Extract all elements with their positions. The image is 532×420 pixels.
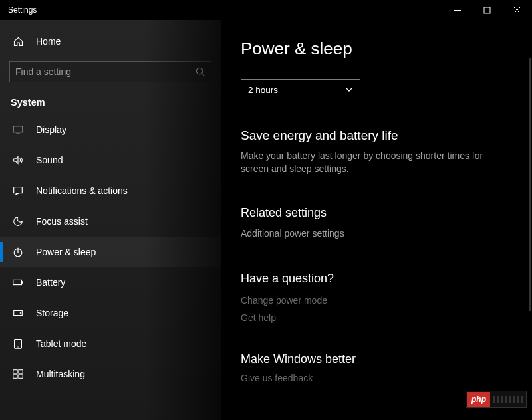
home-label: Home <box>36 36 61 47</box>
sidebar-item-label: Tablet mode <box>36 338 86 349</box>
power-icon <box>12 246 24 258</box>
minimize-icon <box>454 7 461 14</box>
scrollbar[interactable] <box>529 58 531 311</box>
additional-power-settings-link[interactable]: Additional power settings <box>241 228 512 239</box>
svg-rect-6 <box>22 281 23 284</box>
sidebar-item-battery[interactable]: Battery <box>0 267 221 298</box>
make-windows-better-heading: Make Windows better <box>241 352 512 366</box>
home-button[interactable]: Home <box>0 27 221 56</box>
svg-point-8 <box>20 312 21 314</box>
titlebar: Settings <box>0 0 532 20</box>
search-icon <box>196 67 205 77</box>
sidebar-item-label: Sound <box>36 155 63 165</box>
close-icon <box>513 7 521 14</box>
svg-rect-13 <box>13 375 17 378</box>
svg-rect-3 <box>14 187 23 193</box>
sidebar-item-label: Multitasking <box>36 369 85 379</box>
dropdown-value: 2 hours <box>248 85 278 95</box>
home-icon <box>12 36 24 47</box>
close-button[interactable] <box>502 0 532 20</box>
sidebar-item-tablet-mode[interactable]: Tablet mode <box>0 328 221 359</box>
get-help-link[interactable]: Get help <box>241 312 512 323</box>
sidebar-item-sound[interactable]: Sound <box>0 145 221 175</box>
have-question-heading: Have a question? <box>241 272 512 286</box>
settings-window: Settings Home Find a setting <box>0 0 532 420</box>
svg-rect-5 <box>13 280 22 284</box>
sleep-timeout-dropdown[interactable]: 2 hours <box>241 79 360 100</box>
tablet-icon <box>12 338 24 350</box>
save-energy-text: Make your battery last longer by choosin… <box>241 150 507 175</box>
sidebar-item-label: Power & sleep <box>36 247 96 257</box>
svg-rect-14 <box>19 375 23 378</box>
search-placeholder: Find a setting <box>15 66 196 77</box>
multitasking-icon <box>12 368 24 380</box>
svg-point-10 <box>17 346 18 347</box>
focus-icon <box>12 215 24 227</box>
sidebar-item-label: Display <box>36 124 66 135</box>
maximize-button[interactable] <box>472 0 502 20</box>
sidebar-item-multitasking[interactable]: Multitasking <box>0 359 221 389</box>
notifications-icon <box>12 185 24 197</box>
svg-rect-0 <box>484 7 490 13</box>
battery-icon <box>12 276 24 288</box>
chevron-down-icon <box>345 86 353 94</box>
window-title: Settings <box>8 5 37 15</box>
svg-rect-11 <box>13 370 17 373</box>
section-title: System <box>11 97 221 108</box>
sidebar-item-label: Battery <box>36 277 65 288</box>
display-icon <box>12 124 24 136</box>
watermark-decoration <box>493 396 523 403</box>
minimize-button[interactable] <box>442 0 472 20</box>
related-settings-heading: Related settings <box>241 206 512 220</box>
give-feedback-link[interactable]: Give us feedback <box>241 373 512 383</box>
svg-rect-12 <box>19 370 23 373</box>
sidebar-item-display[interactable]: Display <box>0 114 221 145</box>
svg-rect-2 <box>13 126 23 132</box>
body: Home Find a setting System Display Sound <box>0 20 532 420</box>
page-title: Power & sleep <box>241 39 512 59</box>
sidebar-item-label: Storage <box>36 308 68 318</box>
save-energy-heading: Save energy and battery life <box>241 128 512 143</box>
watermark: php <box>466 391 527 408</box>
svg-point-1 <box>196 68 202 74</box>
nav-list: Display Sound Notifications & actions Fo… <box>0 114 221 389</box>
watermark-badge: php <box>467 392 490 407</box>
search-input[interactable]: Find a setting <box>9 61 211 82</box>
content-pane: Power & sleep 2 hours Save energy and ba… <box>221 20 532 420</box>
sidebar-item-notifications[interactable]: Notifications & actions <box>0 175 221 206</box>
sidebar-item-power-sleep[interactable]: Power & sleep <box>0 237 221 267</box>
storage-icon <box>12 307 24 319</box>
sidebar-item-focus-assist[interactable]: Focus assist <box>0 206 221 237</box>
sidebar: Home Find a setting System Display Sound <box>0 20 221 420</box>
window-controls <box>442 0 532 20</box>
sound-icon <box>12 154 24 166</box>
sidebar-item-label: Notifications & actions <box>36 185 128 196</box>
sidebar-item-storage[interactable]: Storage <box>0 298 221 328</box>
change-power-mode-link[interactable]: Change power mode <box>241 295 512 306</box>
maximize-icon <box>483 7 491 14</box>
sidebar-item-label: Focus assist <box>36 216 88 227</box>
